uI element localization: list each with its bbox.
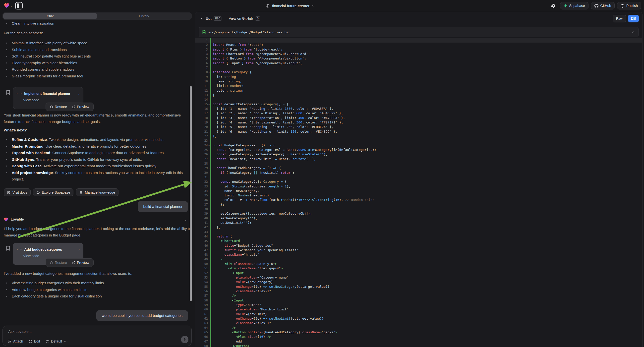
project-switcher[interactable]: financial-future-creator xyxy=(266,0,315,12)
line-number: 14 xyxy=(195,97,208,102)
line-number: 23 xyxy=(195,138,208,143)
restore-preview-toolbar: Restore Preview xyxy=(46,258,94,267)
publish-globe-icon xyxy=(620,4,624,8)
composer-input[interactable]: Ask Lovable... xyxy=(8,329,32,334)
diff-button[interactable]: Diff xyxy=(628,15,639,22)
code-line: 51 <div className="flex gap-4"> xyxy=(195,266,642,270)
tab-chat[interactable]: Chat xyxy=(3,13,97,19)
explore-supabase-button[interactable]: Explore Supabase xyxy=(33,188,74,196)
restore-preview-toolbar: Restore Preview xyxy=(46,102,94,111)
list-item: Glass-morphic elements for a premium fee… xyxy=(4,73,186,80)
github-label: GitHub xyxy=(600,4,612,8)
code-editor[interactable]: 12import React from 'react';3import { Pl… xyxy=(195,38,642,347)
restore-icon xyxy=(50,105,53,108)
list-item: Add project knowledge: Set key context o… xyxy=(4,170,188,183)
code-line: 63 className="flex-1" xyxy=(195,321,642,325)
line-number: 3 xyxy=(195,47,208,52)
line-number: 58 xyxy=(195,298,208,303)
code-line: 11 limit: number; xyxy=(195,84,642,88)
restore-button[interactable]: Restore xyxy=(47,260,70,264)
fold-chevron-icon[interactable]: ⌄ xyxy=(208,102,210,106)
send-button[interactable] xyxy=(181,336,188,343)
code-line: 49 > xyxy=(195,257,642,262)
view-on-github-button[interactable]: View on GitHub G xyxy=(229,16,260,21)
preview-button[interactable]: Preview xyxy=(70,105,92,109)
line-number: 38 xyxy=(195,207,208,211)
message-menu-button[interactable]: ... xyxy=(184,217,188,221)
edit-button[interactable]: Edit xyxy=(29,339,40,343)
sliders-icon xyxy=(46,340,49,343)
code-line: 60 placeholder="Monthly limit" xyxy=(195,307,642,312)
line-number: 39 xyxy=(195,211,208,216)
code-view-header: Exit ESC View on GitHub G Raw Diff xyxy=(195,12,642,25)
attach-button[interactable]: Attach xyxy=(8,339,23,343)
fold-chevron-icon[interactable]: ⌄ xyxy=(208,166,210,170)
code-line: 48 className="h-auto" xyxy=(195,252,642,257)
code-line: 36 color: '#' + Math.floor(Math.random()… xyxy=(195,198,642,202)
line-number: 13 xyxy=(195,93,208,97)
fold-chevron-icon[interactable]: ⌄ xyxy=(208,143,210,147)
list-item: Rounded corners and subtle shadows xyxy=(4,66,186,73)
code-line: 52 <Input xyxy=(195,271,642,275)
preview-button[interactable]: Preview xyxy=(70,260,92,264)
restore-button[interactable]: Restore xyxy=(47,105,70,109)
code-line: 18 { id: '3', name: 'Transportation', li… xyxy=(195,116,642,120)
user-message-bubble: build a financial planner xyxy=(138,201,188,212)
version-card-title: Implement financial planner xyxy=(24,92,70,96)
code-line: 12 color: string; xyxy=(195,88,642,93)
tab-history[interactable]: History xyxy=(97,13,191,19)
chat-scrollbar[interactable] xyxy=(190,86,192,301)
code-line: 31 xyxy=(195,175,642,180)
version-card-title: Add budget categories xyxy=(24,248,62,252)
line-number: 24 xyxy=(195,143,208,148)
design-heading: For the design aesthetic: xyxy=(4,30,44,36)
code-line: 59 type="number" xyxy=(195,303,642,307)
visit-docs-button[interactable]: Visit docs xyxy=(4,188,30,196)
line-number: 1 xyxy=(195,38,208,42)
project-chevron-down-icon xyxy=(312,4,315,7)
chat-composer[interactable]: Ask Lovable... Attach Edit Default xyxy=(2,326,192,346)
code-line: 40 setNewCategory(''); xyxy=(195,216,642,220)
code-line: 24⌄const BudgetCategories = () => { xyxy=(195,143,642,148)
list-item: Minimalist interface with plenty of whit… xyxy=(4,40,186,46)
bookmark-icon[interactable] xyxy=(6,90,10,95)
list-item: Refine & Customize: Tweak the design, an… xyxy=(4,136,188,143)
code-line: 29⌄ const handleAddCategory = () => { xyxy=(195,166,642,170)
fold-chevron-icon[interactable]: ⌄ xyxy=(208,70,210,74)
view-code-link[interactable]: View code xyxy=(13,96,83,102)
settings-gear-icon[interactable] xyxy=(549,2,558,10)
publish-button[interactable]: Publish xyxy=(617,2,641,10)
file-path-bar[interactable]: src/components/budget/BudgetCategories.t… xyxy=(199,27,638,37)
bookmark-icon[interactable] xyxy=(6,246,10,251)
code-line: 8⌄interface Category { xyxy=(195,70,642,74)
raw-button[interactable]: Raw xyxy=(613,15,626,22)
line-number: 29 xyxy=(195,166,208,170)
fold-chevron-icon[interactable]: ⌄ xyxy=(208,179,210,184)
arrow-up-icon xyxy=(183,338,186,341)
code-line: 1 xyxy=(195,38,642,42)
list-item: Expand with Backend: Connect Supabase to… xyxy=(4,150,188,156)
view-code-link[interactable]: View code xyxy=(13,252,83,258)
collapse-chevron-up-icon[interactable] xyxy=(632,30,635,34)
mode-selector[interactable]: Default xyxy=(46,339,66,343)
code-line: 58 <Input xyxy=(195,298,642,303)
line-number: 64 xyxy=(195,326,208,330)
code-line: 13} xyxy=(195,93,642,97)
code-line: 17 { id: '2', name: 'Food & Dining', lim… xyxy=(195,111,642,116)
code-line: 7 xyxy=(195,66,642,70)
list-item: Clean typography with clear hierarchies xyxy=(4,60,186,66)
line-number: 31 xyxy=(195,175,208,180)
exit-button[interactable]: Exit ESC xyxy=(201,16,222,21)
line-number: 65 xyxy=(195,330,208,334)
list-item: Add new budget categories with custom li… xyxy=(4,286,188,293)
line-number: 25 xyxy=(195,148,208,152)
supabase-button[interactable]: Supabase xyxy=(560,2,588,10)
quick-actions-row: Visit docs Explore Supabase Manage knowl… xyxy=(4,188,118,196)
code-line: 54 value={newCategory} xyxy=(195,280,642,284)
code-line: 20 { id: '5', name: 'Shopping', limit: 2… xyxy=(195,125,642,129)
line-number: 59 xyxy=(195,303,208,307)
manage-knowledge-button[interactable]: Manage knowledge xyxy=(76,188,118,196)
github-button[interactable]: GitHub xyxy=(591,2,615,10)
line-number: 27 xyxy=(195,157,208,161)
line-number: 40 xyxy=(195,216,208,220)
